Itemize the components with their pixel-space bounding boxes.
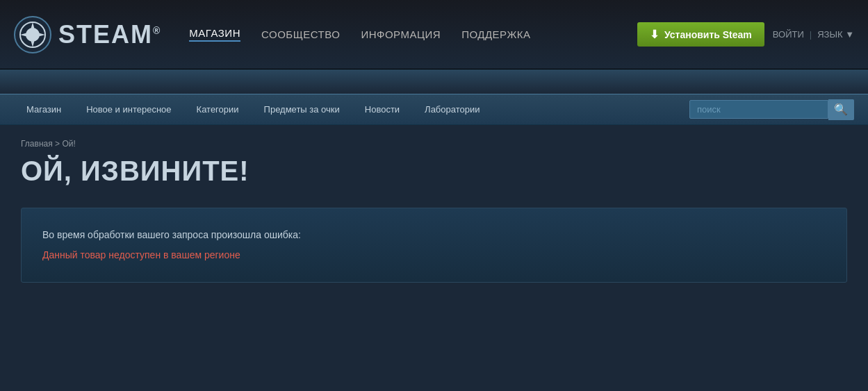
nav-store[interactable]: МАГАЗИН	[189, 27, 240, 42]
gradient-band	[0, 69, 868, 94]
install-steam-button[interactable]: ⬇ Установить Steam	[637, 22, 764, 47]
top-bar: STEAM® МАГАЗИН СООБЩЕСТВО ИНФОРМАЦИЯ ПОД…	[0, 0, 868, 69]
svg-point-2	[26, 28, 40, 42]
search-icon: 🔍	[834, 103, 848, 116]
breadcrumb-home[interactable]: Главная	[21, 139, 53, 149]
download-icon: ⬇	[650, 28, 659, 41]
subnav-store[interactable]: Магазин	[14, 94, 74, 125]
language-link[interactable]: ЯЗЫК ▼	[817, 29, 854, 40]
search-button[interactable]: 🔍	[828, 99, 854, 120]
subnav-news[interactable]: Новости	[352, 94, 412, 125]
divider: |	[810, 29, 812, 40]
top-right: ⬇ Установить Steam ВОЙТИ | ЯЗЫК ▼	[637, 22, 854, 47]
subnav-categories[interactable]: Категории	[184, 94, 252, 125]
breadcrumb-current: Ой!	[62, 139, 75, 149]
breadcrumb-separator: >	[55, 139, 62, 149]
nav-about[interactable]: ИНФОРМАЦИЯ	[361, 28, 441, 40]
nav-support[interactable]: ПОДДЕРЖКА	[461, 28, 530, 40]
top-right-links: ВОЙТИ | ЯЗЫК ▼	[773, 29, 854, 40]
steam-wordmark: STEAM®	[58, 20, 161, 49]
steam-logo-icon	[14, 16, 51, 53]
error-box: Во время обработки вашего запроса произо…	[21, 208, 847, 283]
error-label: Во время обработки вашего запроса произо…	[42, 229, 826, 240]
nav-community[interactable]: СООБЩЕСТВО	[261, 28, 340, 40]
login-link[interactable]: ВОЙТИ	[773, 29, 804, 40]
main-nav: МАГАЗИН СООБЩЕСТВО ИНФОРМАЦИЯ ПОДДЕРЖКА	[189, 27, 530, 42]
search-input[interactable]	[689, 100, 828, 119]
subnav-new[interactable]: Новое и интересное	[74, 94, 183, 125]
search-area: 🔍	[689, 99, 854, 120]
logo-area: STEAM®	[14, 16, 161, 53]
error-message[interactable]: Данный товар недоступен в вашем регионе	[42, 249, 240, 260]
sub-nav-links: Магазин Новое и интересное Категории Пре…	[14, 94, 689, 125]
page-title: ОЙ, ИЗВИНИТЕ!	[21, 156, 847, 187]
breadcrumb: Главная > Ой!	[21, 139, 847, 149]
sub-nav: Магазин Новое и интересное Категории Пре…	[0, 94, 868, 125]
subnav-labs[interactable]: Лаборатории	[412, 94, 492, 125]
logo-nav-group: STEAM® МАГАЗИН СООБЩЕСТВО ИНФОРМАЦИЯ ПОД…	[14, 16, 531, 53]
subnav-points[interactable]: Предметы за очки	[252, 94, 352, 125]
content-area: Главная > Ой! ОЙ, ИЗВИНИТЕ! Во время обр…	[0, 125, 868, 391]
